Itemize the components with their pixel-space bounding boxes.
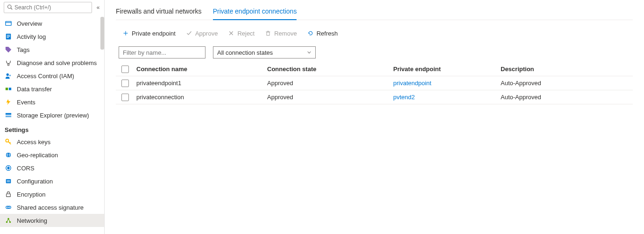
col-description[interactable]: Description — [499, 66, 633, 73]
sidebar-item-label: Diagnose and solve problems — [17, 59, 97, 66]
sidebar-item-label: Tags — [17, 46, 29, 53]
sidebar-item-data-transfer[interactable]: Data transfer — [0, 82, 104, 95]
sidebar-item-networking[interactable]: Networking — [0, 214, 104, 227]
sidebar-item-label: Access Control (IAM) — [17, 73, 74, 80]
table-row[interactable]: privateendpoint1 Approved privatendpoint… — [116, 76, 633, 90]
toolbar-label: Approve — [195, 30, 218, 37]
svg-rect-5 — [7, 35, 10, 36]
row-checkbox[interactable] — [121, 94, 129, 101]
refresh-button[interactable]: Refresh — [304, 27, 342, 40]
table-row[interactable]: privateconnection Approved pvtend2 Auto-… — [116, 90, 633, 104]
cors-icon — [5, 164, 12, 172]
log-icon — [5, 33, 12, 40]
connections-table: Connection name Connection state Private… — [116, 62, 633, 104]
key-icon — [5, 138, 12, 146]
plus-icon — [122, 30, 129, 37]
filter-by-name-input[interactable] — [119, 46, 205, 58]
sidebar-item-activity-log[interactable]: Activity log — [0, 30, 104, 43]
toolbar-label: Remove — [274, 30, 297, 37]
storage-explorer-icon — [5, 111, 12, 119]
chevron-down-icon — [307, 49, 311, 56]
sidebar-item-cors[interactable]: CORS — [0, 161, 104, 175]
search-input-container[interactable] — [4, 2, 92, 13]
col-private-endpoint[interactable]: Private endpoint — [391, 66, 499, 73]
sidebar-item-label: Events — [17, 99, 35, 106]
check-icon — [186, 30, 192, 37]
sidebar-item-encryption[interactable]: Encryption — [0, 188, 104, 201]
networking-icon — [5, 217, 12, 224]
sidebar-item-label: Configuration — [17, 178, 53, 185]
select-value: All connection states — [217, 49, 273, 56]
svg-rect-22 — [6, 179, 11, 183]
sidebar: « Overview Activity log Tags Diagnose an… — [0, 0, 105, 234]
cell-connection-name: privateconnection — [134, 94, 265, 101]
col-connection-name[interactable]: Connection name — [134, 66, 265, 73]
connection-state-select[interactable]: All connection states — [213, 46, 316, 58]
svg-rect-11 — [6, 88, 8, 90]
approve-button: Approve — [182, 27, 221, 40]
svg-rect-7 — [7, 37, 9, 38]
tab-private-endpoints[interactable]: Private endpoint connections — [213, 5, 297, 20]
filter-row: All connection states — [116, 46, 633, 58]
sidebar-item-label: Encryption — [17, 191, 45, 198]
sidebar-item-label: Data transfer — [17, 86, 52, 93]
sidebar-item-diagnose[interactable]: Diagnose and solve problems — [0, 56, 104, 69]
remove-button: Remove — [261, 27, 300, 40]
sidebar-item-access-keys[interactable]: Access keys — [0, 135, 104, 148]
cell-connection-state: Approved — [265, 80, 391, 87]
sas-icon — [5, 204, 12, 211]
sidebar-item-label: Activity log — [17, 33, 46, 40]
cell-private-endpoint-link[interactable]: privatendpoint — [391, 80, 499, 87]
tab-firewalls[interactable]: Firewalls and virtual networks — [116, 5, 202, 20]
cell-private-endpoint-link[interactable]: pvtend2 — [391, 94, 499, 101]
svg-rect-24 — [7, 182, 10, 182]
overview-icon — [5, 20, 12, 27]
sidebar-item-access-control[interactable]: Access Control (IAM) — [0, 69, 104, 82]
add-private-endpoint-button[interactable]: Private endpoint — [119, 27, 179, 40]
svg-point-0 — [8, 5, 12, 8]
data-transfer-icon — [5, 85, 12, 93]
events-icon — [5, 98, 12, 106]
x-icon — [228, 30, 234, 37]
table-header-row: Connection name Connection state Private… — [116, 62, 633, 76]
row-checkbox[interactable] — [121, 80, 129, 87]
nav-list: Overview Activity log Tags Diagnose and … — [0, 17, 104, 234]
sidebar-item-overview[interactable]: Overview — [0, 17, 104, 30]
col-connection-state[interactable]: Connection state — [265, 66, 391, 73]
sidebar-item-events[interactable]: Events — [0, 95, 104, 109]
sidebar-item-label: Overview — [17, 20, 42, 27]
sidebar-scrollbar[interactable] — [100, 17, 104, 50]
sidebar-item-label: Geo-replication — [17, 152, 58, 159]
sidebar-item-sas[interactable]: Shared access signature — [0, 201, 104, 214]
sidebar-item-tags[interactable]: Tags — [0, 43, 104, 56]
svg-point-8 — [7, 64, 9, 66]
tags-icon — [5, 46, 12, 53]
search-row: « — [0, 0, 104, 17]
svg-rect-6 — [7, 36, 10, 37]
svg-point-9 — [7, 73, 9, 76]
sidebar-item-configuration[interactable]: Configuration — [0, 175, 104, 188]
svg-line-1 — [11, 8, 12, 9]
sidebar-item-label: Storage Explorer (preview) — [17, 112, 89, 119]
toolbar-label: Private endpoint — [132, 30, 176, 37]
reject-button: Reject — [224, 27, 258, 40]
cell-connection-name: privateendpoint1 — [134, 80, 265, 87]
cell-description: Auto-Approved — [499, 94, 633, 101]
refresh-icon — [307, 30, 314, 37]
svg-rect-12 — [9, 88, 11, 90]
sidebar-item-storage-explorer[interactable]: Storage Explorer (preview) — [0, 109, 104, 122]
collapse-sidebar-button[interactable]: « — [95, 4, 101, 11]
search-input[interactable] — [14, 4, 89, 11]
diagnose-icon — [5, 59, 12, 66]
sidebar-item-geo-replication[interactable]: Geo-replication — [0, 148, 104, 161]
svg-line-17 — [10, 142, 11, 143]
toolbar-label: Refresh — [317, 30, 338, 37]
toolbar: Private endpoint Approve Reject Remove R… — [116, 27, 633, 40]
main-content: Firewalls and virtual networks Private e… — [105, 0, 644, 234]
settings-heading: Settings — [0, 122, 104, 135]
sidebar-item-label: Shared access signature — [17, 204, 84, 211]
cell-description: Auto-Approved — [499, 80, 633, 87]
svg-line-31 — [7, 219, 9, 222]
sidebar-item-label: CORS — [17, 165, 35, 172]
select-all-checkbox[interactable] — [121, 66, 129, 73]
